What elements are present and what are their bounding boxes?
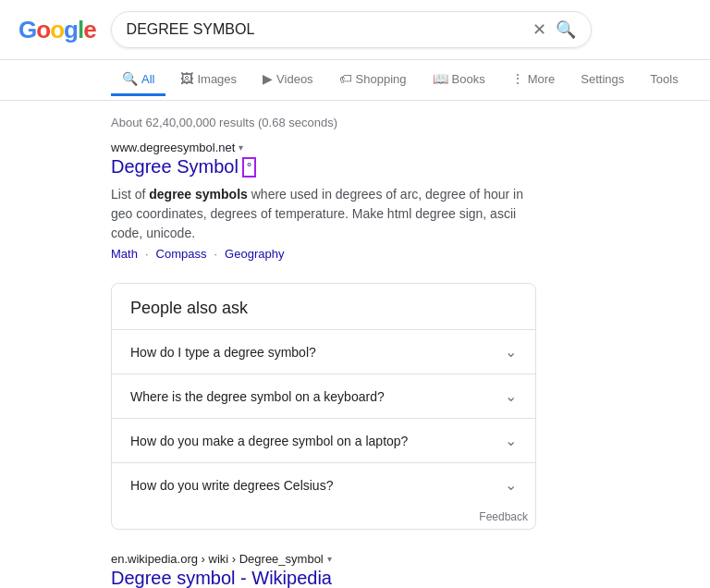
tab-videos-label: Videos bbox=[276, 72, 313, 86]
paa-title: People also ask bbox=[112, 284, 535, 329]
paa-item-1[interactable]: How do I type a degree symbol? ⌄ bbox=[112, 329, 535, 374]
result-link-compass[interactable]: Compass bbox=[156, 247, 207, 261]
main-content: About 62,40,00,000 results (0.68 seconds… bbox=[0, 101, 647, 588]
tab-videos[interactable]: ▶ Videos bbox=[251, 64, 324, 96]
paa-chevron-1: ⌄ bbox=[505, 343, 517, 361]
tab-more-label: More bbox=[528, 72, 556, 86]
result-link-math[interactable]: Math bbox=[111, 247, 138, 261]
paa-item-text-4: How do you write degrees Celsius? bbox=[130, 478, 333, 493]
header: Google ✕ 🔍 bbox=[0, 0, 710, 60]
paa-item-3[interactable]: How do you make a degree symbol on a lap… bbox=[112, 418, 535, 462]
images-icon: 🖼 bbox=[180, 71, 193, 86]
paa-chevron-4: ⌄ bbox=[505, 476, 517, 494]
google-logo: Google bbox=[18, 16, 96, 44]
result-domain-1: www.degreesymbol.net bbox=[111, 141, 235, 154]
result-links-1: Math · Compass · Geography bbox=[111, 247, 536, 261]
tab-more[interactable]: ⋮ More bbox=[500, 64, 567, 96]
search-input[interactable] bbox=[127, 21, 532, 38]
nav-tabs: 🔍 All 🖼 Images ▶ Videos 🏷 Shopping 📖 Boo… bbox=[0, 60, 710, 101]
all-icon: 🔍 bbox=[122, 71, 138, 86]
search-bar[interactable]: ✕ 🔍 bbox=[111, 11, 592, 48]
paa-chevron-3: ⌄ bbox=[505, 432, 517, 449]
tab-images-label: Images bbox=[197, 72, 237, 86]
result-title-wiki[interactable]: Degree symbol - Wikipedia bbox=[111, 568, 332, 588]
paa-feedback: Feedback bbox=[112, 507, 535, 529]
tab-books-label: Books bbox=[452, 72, 485, 86]
tab-shopping[interactable]: 🏷 Shopping bbox=[328, 64, 418, 96]
paa-item-text-1: How do I type a degree symbol? bbox=[130, 345, 316, 360]
more-icon: ⋮ bbox=[511, 71, 524, 86]
tab-settings-label: Settings bbox=[581, 72, 624, 86]
tab-all[interactable]: 🔍 All bbox=[111, 64, 165, 96]
shopping-icon: 🏷 bbox=[339, 71, 352, 86]
result-title-1[interactable]: Degree Symbol ° bbox=[111, 156, 256, 178]
tab-tools[interactable]: Tools bbox=[639, 65, 689, 96]
books-icon: 📖 bbox=[433, 71, 448, 86]
result-breadcrumb-text-wiki: en.wikipedia.org › wiki › Degree_symbol bbox=[111, 552, 324, 566]
nav-right: Settings Tools bbox=[569, 65, 689, 96]
paa-item-2[interactable]: Where is the degree symbol on a keyboard… bbox=[112, 374, 535, 418]
paa-chevron-2: ⌄ bbox=[505, 387, 517, 405]
result-url-1: www.degreesymbol.net ▾ bbox=[111, 141, 536, 154]
tab-settings[interactable]: Settings bbox=[569, 65, 635, 96]
result-snippet-1: List of degree symbols where used in deg… bbox=[111, 185, 536, 243]
tab-all-label: All bbox=[141, 72, 154, 86]
paa-item-4[interactable]: How do you write degrees Celsius? ⌄ bbox=[112, 462, 535, 507]
paa-item-text-3: How do you make a degree symbol on a lap… bbox=[130, 434, 408, 448]
paa-item-text-2: Where is the degree symbol on a keyboard… bbox=[130, 389, 385, 404]
result-title-text-1: Degree Symbol bbox=[111, 156, 239, 178]
clear-icon[interactable]: ✕ bbox=[532, 19, 546, 40]
result-url-arrow-1: ▾ bbox=[239, 142, 243, 153]
tab-images[interactable]: 🖼 Images bbox=[169, 64, 248, 96]
videos-icon: ▶ bbox=[263, 71, 273, 86]
result-title-text-wiki: Degree symbol - Wikipedia bbox=[111, 568, 332, 588]
tab-tools-label: Tools bbox=[650, 72, 678, 86]
result-link-geography[interactable]: Geography bbox=[225, 247, 284, 261]
result-breadcrumb-arrow-wiki: ▾ bbox=[327, 554, 332, 564]
people-also-ask-box: People also ask How do I type a degree s… bbox=[111, 283, 536, 530]
results-count: About 62,40,00,000 results (0.68 seconds… bbox=[111, 108, 536, 141]
degree-symbol-box-1: ° bbox=[242, 157, 257, 178]
result-item-1: www.degreesymbol.net ▾ Degree Symbol ° L… bbox=[111, 141, 536, 261]
tab-shopping-label: Shopping bbox=[356, 72, 407, 86]
search-icon[interactable]: 🔍 bbox=[556, 19, 576, 40]
result-breadcrumb-wiki: en.wikipedia.org › wiki › Degree_symbol … bbox=[111, 552, 536, 566]
tab-books[interactable]: 📖 Books bbox=[422, 64, 496, 96]
result-item-wiki: en.wikipedia.org › wiki › Degree_symbol … bbox=[111, 552, 536, 588]
